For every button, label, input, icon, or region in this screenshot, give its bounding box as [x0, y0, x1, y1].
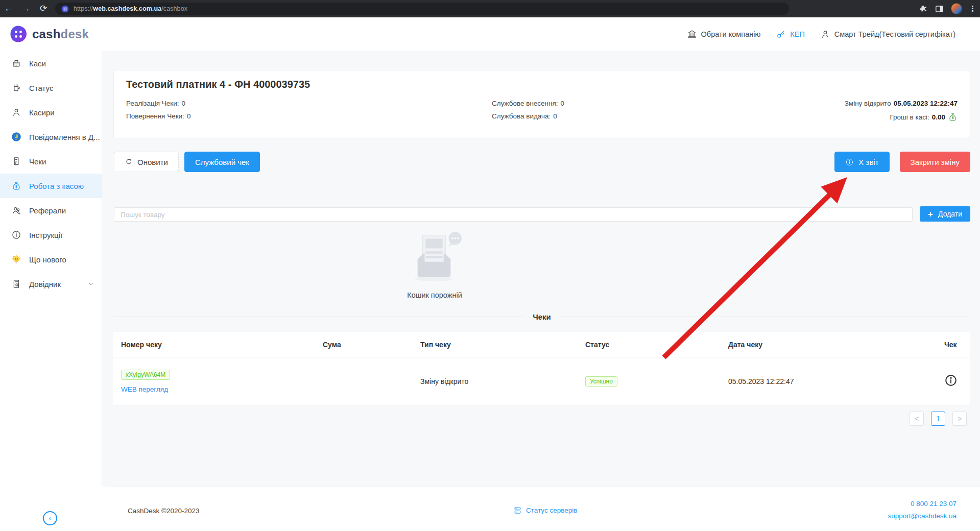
person-icon	[820, 29, 830, 39]
footer-copyright: CashDesk ©2020-2023	[128, 507, 200, 515]
plus-icon: +	[928, 210, 933, 219]
people-plus-icon	[11, 205, 21, 215]
refresh-icon	[125, 158, 133, 166]
browser-toolbar: ← → ⟳ https://web.cashdesk.com.ua/cashbo…	[0, 0, 980, 17]
sidebar-item-referaly[interactable]: Реферали	[0, 198, 102, 223]
realization-value: 0	[182, 100, 186, 107]
sidebar-item-status[interactable]: Статус	[0, 76, 102, 100]
table-header-row: Номер чеку Сума Тип чеку Статус Дата чек…	[113, 332, 970, 357]
product-search-input[interactable]	[114, 207, 913, 222]
browser-profile-avatar[interactable]	[951, 3, 962, 14]
sidebar-item-cheky[interactable]: Чеки	[0, 149, 102, 174]
payer-info-card: Тестовий платник 4 - ФН 4000039735 Реалі…	[113, 70, 970, 138]
money-bag-icon: $	[11, 181, 21, 191]
shift-opened-label: Зміну відкрито	[845, 100, 891, 107]
key-icon	[776, 29, 786, 39]
sidebar-item-kasy[interactable]: Каси	[0, 51, 102, 76]
server-status-label: Статус серверів	[526, 506, 577, 514]
support-email-link[interactable]: support@cashdesk.ua	[888, 512, 957, 520]
choose-company-label: Обрати компанію	[701, 30, 761, 38]
sidebar-label: Каси	[29, 59, 46, 68]
browser-back-icon[interactable]: ←	[0, 0, 17, 17]
cashdesk-logo[interactable]: cashdesk	[9, 25, 89, 43]
money-bag-icon: $	[948, 112, 958, 122]
sidebar-item-robota-z-kasoyu[interactable]: $ Робота з касою	[0, 174, 102, 198]
sidebar-item-instruktsii[interactable]: Інструкції	[0, 223, 102, 247]
deposit-value: 0	[561, 100, 565, 107]
site-favicon-icon	[61, 5, 69, 13]
pagination-page-1[interactable]: 1	[931, 412, 945, 426]
shift-stats: Реалізація Чеки:0 Повернення Чеки:0 Служ…	[126, 100, 958, 122]
svg-text:$: $	[952, 116, 954, 120]
add-product-label: Додати	[938, 210, 962, 218]
lightbulb-icon	[11, 254, 21, 264]
payer-title: Тестовий платник 4 - ФН 4000039735	[126, 79, 958, 90]
cheques-section-title: Чеки	[524, 312, 559, 321]
sidebar-label: Повідомлення в Д...	[29, 133, 100, 141]
sidebar-item-diia-messages[interactable]: Повідомлення в Д...	[0, 125, 102, 149]
extensions-puzzle-icon[interactable]	[918, 4, 928, 14]
sidebar-label: Що нового	[29, 255, 66, 264]
add-product-button[interactable]: + Додати	[920, 206, 970, 222]
col-header-status: Статус	[578, 341, 721, 349]
pagination-next-button[interactable]: >	[952, 412, 967, 426]
sidebar: Каси Статус Касири Повідомлення в Д...	[0, 51, 102, 487]
browser-refresh-icon[interactable]: ⟳	[35, 0, 52, 17]
user-label: Смарт Трейд(Тестовий сертифікат)	[834, 30, 955, 38]
sidebar-label: Реферали	[29, 206, 66, 215]
sidebar-item-kasyry[interactable]: Касири	[0, 100, 102, 125]
col-header-cheque: Чек	[937, 341, 971, 349]
page-number: 1	[936, 415, 940, 423]
pagination: < 1 >	[910, 412, 967, 426]
url-bar[interactable]: https://web.cashdesk.com.ua/cashbox	[55, 3, 789, 15]
kep-button[interactable]: КЕП	[776, 29, 805, 39]
browser-forward-icon[interactable]: →	[17, 0, 35, 17]
cheque-details-button[interactable]	[937, 374, 972, 389]
service-check-button[interactable]: Службовий чек	[184, 152, 260, 172]
chevron-right-icon: >	[958, 415, 962, 423]
url-text: https://web.cashdesk.com.ua/cashbox	[74, 5, 187, 12]
info-circle-icon	[845, 158, 854, 166]
withdrawal-value: 0	[553, 112, 557, 120]
refresh-button[interactable]: Оновити	[114, 152, 179, 172]
svg-text:$: $	[15, 185, 17, 189]
url-domain: web.cashdesk.com.ua	[93, 5, 161, 12]
sidebar-label: Чеки	[29, 157, 46, 166]
web-view-link[interactable]: WEB перегляд	[121, 385, 168, 393]
empty-cart-block: Кошик порожній	[384, 231, 486, 299]
col-header-sum: Сума	[315, 341, 413, 349]
logo-wordmark: cashdesk	[32, 27, 89, 41]
cheque-date-cell: 05.05.2023 12:22:47	[721, 377, 937, 385]
close-shift-label: Закрити зміну	[911, 158, 960, 166]
sidebar-collapse-button[interactable]: ‹	[43, 511, 57, 525]
table-row: xXyIgyWA64M WEB перегляд Зміну відкрито …	[113, 357, 970, 405]
close-shift-button[interactable]: Закрити зміну	[900, 152, 970, 172]
x-report-button[interactable]: X звіт	[834, 152, 889, 172]
chevron-down-icon	[87, 280, 94, 287]
pos-terminal-icon	[11, 58, 21, 68]
footer-contacts: 0 800 21 23 07 support@cashdesk.ua	[888, 500, 957, 524]
sidebar-item-shcho-novoho[interactable]: Що нового	[0, 247, 102, 272]
cash-value: 0.00	[932, 113, 945, 121]
browser-menu-kebab-icon[interactable]: ⋮	[969, 6, 976, 11]
main-content: Тестовий платник 4 - ФН 4000039735 Реалі…	[102, 51, 980, 487]
server-icon	[513, 506, 522, 515]
side-panel-icon[interactable]	[935, 4, 944, 14]
col-header-number: Номер чеку	[113, 341, 315, 349]
server-status-link[interactable]: Статус серверів	[513, 506, 577, 515]
choose-company-button[interactable]: Обрати компанію	[687, 29, 761, 39]
support-phone-link[interactable]: 0 800 21 23 07	[888, 500, 957, 508]
x-report-label: X звіт	[858, 158, 878, 166]
sidebar-item-dovidnyk[interactable]: Довідник	[0, 272, 102, 296]
shift-opened-value: 05.05.2023 12:22:47	[894, 100, 958, 107]
person-icon	[11, 107, 21, 117]
sidebar-label: Статус	[29, 84, 53, 92]
realization-label: Реалізація Чеки:	[126, 100, 179, 107]
sidebar-label: Інструкції	[29, 231, 62, 239]
sidebar-label: Робота з касою	[29, 182, 84, 190]
user-menu[interactable]: Смарт Трейд(Тестовий сертифікат)	[820, 29, 955, 39]
kep-label: КЕП	[790, 30, 805, 38]
pagination-prev-button[interactable]: <	[910, 412, 924, 426]
chevron-left-icon: <	[915, 415, 919, 423]
footer-divider	[112, 487, 980, 487]
